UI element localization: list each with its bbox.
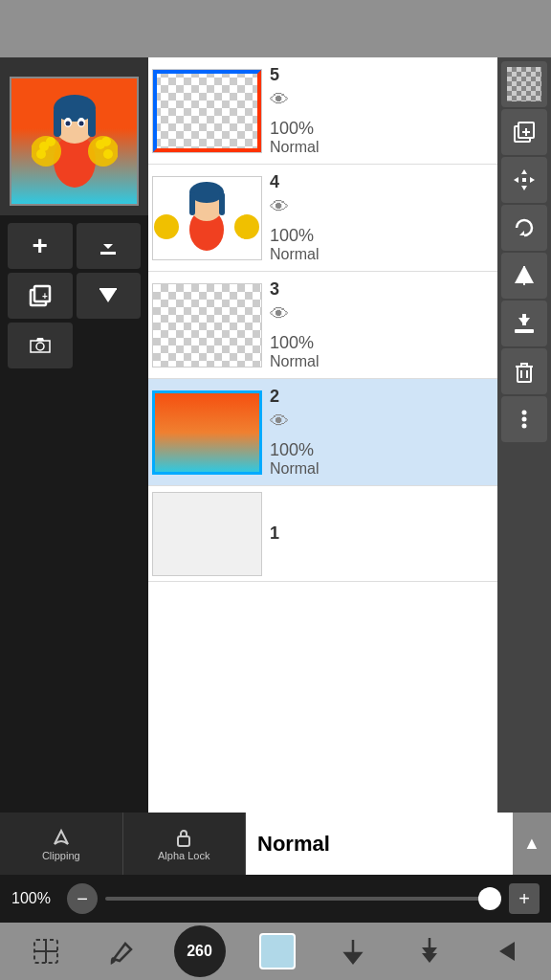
svg-marker-62 [422, 953, 437, 963]
svg-point-13 [36, 149, 46, 159]
svg-point-29 [154, 214, 179, 239]
main-area: + + [0, 57, 551, 865]
download-button[interactable] [501, 301, 547, 346]
send-down2-button[interactable] [406, 927, 453, 975]
layer-number-5: 5 [270, 65, 279, 85]
zoom-slider-track[interactable] [105, 897, 501, 901]
layer-opacity-5: 100% [270, 119, 314, 139]
layer-thumb-2 [152, 390, 262, 475]
layer-mode-5: Normal [270, 139, 320, 156]
eye-icon-3[interactable]: 👁 [270, 303, 289, 325]
svg-marker-40 [519, 231, 524, 235]
layer-item-3[interactable]: 3 👁 100% Normal [148, 272, 497, 379]
layer-thumb-5 [152, 69, 262, 153]
bottom-controls: + + [0, 215, 148, 865]
svg-rect-27 [189, 192, 195, 215]
svg-point-7 [65, 121, 70, 125]
svg-point-51 [522, 411, 527, 415]
color-swatch-button[interactable] [253, 927, 301, 975]
svg-marker-20 [99, 289, 117, 302]
layer-info-3: 3 👁 100% Normal [262, 276, 494, 374]
zoom-minus-button[interactable]: − [67, 883, 98, 914]
canvas-preview [10, 77, 139, 206]
svg-rect-3 [54, 108, 61, 137]
layer-mode-2: Normal [270, 460, 320, 478]
layer-mode-4: Normal [270, 246, 320, 263]
transform-button[interactable] [22, 927, 70, 975]
camera-button[interactable] [8, 323, 73, 368]
copy-merged-button[interactable] [501, 109, 547, 155]
layer-number-1: 1 [270, 523, 279, 544]
layer-item-2[interactable]: 2 👁 100% Normal [148, 379, 497, 486]
svg-rect-44 [515, 329, 534, 333]
flip-layer-button[interactable] [77, 273, 142, 319]
layer-item-1[interactable]: 1 [148, 486, 497, 582]
layer-thumb-3 [152, 283, 262, 368]
left-panel: + + [0, 57, 148, 865]
zoom-slider-thumb[interactable] [478, 887, 501, 910]
svg-point-8 [78, 121, 83, 125]
svg-point-52 [522, 417, 527, 422]
eye-icon-2[interactable]: 👁 [270, 411, 289, 433]
blend-mode-display: Normal [246, 813, 513, 875]
layer-opacity-2: 100% [270, 440, 314, 460]
svg-rect-28 [219, 192, 225, 215]
layer-number-4: 4 [270, 172, 279, 192]
brush-tool-button[interactable] [98, 927, 145, 975]
svg-rect-4 [88, 108, 96, 137]
svg-marker-41 [515, 267, 523, 283]
brush-size-display[interactable]: 260 [174, 925, 226, 977]
clipping-label: Clipping [42, 850, 80, 861]
add-layer-button[interactable]: + [8, 223, 73, 269]
alpha-lock-button[interactable]: Alpha Lock [123, 813, 247, 875]
svg-point-15 [101, 137, 111, 146]
layer-opacity-3: 100% [270, 333, 314, 353]
layer-info-4: 4 👁 100% Normal [262, 168, 494, 267]
layer-mode-3: Normal [270, 353, 320, 370]
move-button[interactable] [501, 157, 547, 203]
svg-marker-37 [514, 177, 518, 183]
layer-info-1: 1 [262, 520, 494, 547]
layer-thumb-4 [152, 176, 262, 260]
svg-marker-63 [499, 942, 515, 961]
svg-rect-39 [522, 178, 526, 182]
merge-down-button[interactable] [77, 223, 142, 269]
zoom-level-label: 100% [11, 890, 59, 907]
svg-marker-38 [530, 177, 535, 183]
bottom-toolbar: 260 [0, 923, 551, 980]
layer-thumb-1 [152, 492, 262, 576]
layer-opacity-4: 100% [270, 226, 314, 246]
color-swatch-display [259, 933, 296, 969]
layer-number-2: 2 [270, 387, 279, 407]
more-options-button[interactable] [501, 396, 547, 442]
back-button[interactable] [481, 927, 529, 975]
eye-icon-4[interactable]: 👁 [270, 196, 289, 218]
blend-bar: Clipping Alpha Lock Normal ▲ [0, 813, 551, 875]
rotate-button[interactable] [501, 205, 547, 251]
svg-marker-59 [345, 953, 361, 963]
svg-text:+: + [42, 291, 48, 301]
svg-marker-35 [521, 169, 527, 174]
brush-size-value: 260 [187, 943, 212, 960]
checkerboard-button[interactable] [501, 61, 547, 107]
duplicate-layer-button[interactable]: + [8, 273, 73, 319]
layers-panel: 5 👁 100% Normal [148, 57, 497, 865]
trash-button[interactable] [501, 348, 547, 394]
svg-rect-47 [518, 367, 531, 382]
zoom-plus-button[interactable]: + [509, 883, 540, 914]
right-toolbar [497, 57, 551, 865]
svg-marker-36 [521, 186, 527, 190]
zoom-bar: 100% − + [0, 875, 551, 923]
blend-mode-arrow[interactable]: ▲ [513, 813, 551, 875]
eye-icon-5[interactable]: 👁 [270, 89, 289, 111]
layer-item-4[interactable]: 4 👁 100% Normal [148, 165, 497, 272]
flip-h-button[interactable] [501, 253, 547, 299]
svg-point-12 [46, 137, 55, 146]
svg-point-30 [234, 214, 259, 239]
layer-info-2: 2 👁 100% Normal [262, 383, 494, 481]
alpha-lock-label: Alpha Lock [158, 850, 209, 861]
clipping-button[interactable]: Clipping [0, 813, 123, 875]
layer-info-5: 5 👁 100% Normal [262, 61, 494, 160]
layer-item-5[interactable]: 5 👁 100% Normal [148, 57, 497, 165]
send-down-button[interactable] [329, 927, 377, 975]
